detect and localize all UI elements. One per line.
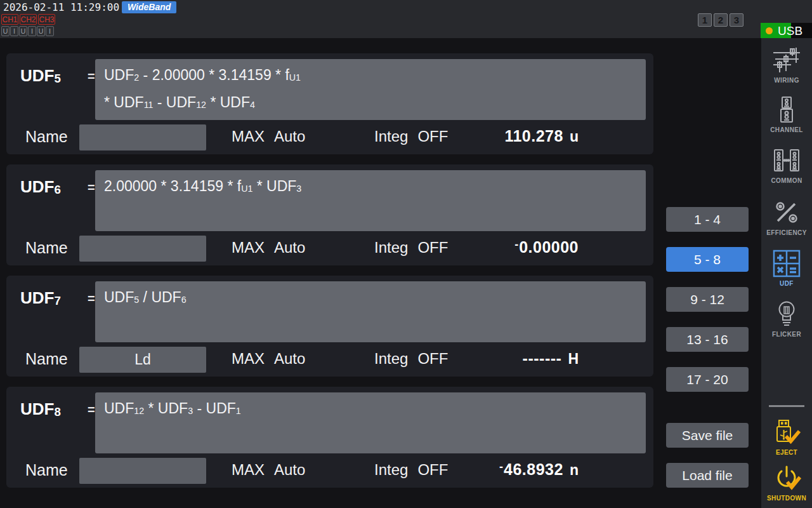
eject-usb-icon	[772, 418, 801, 447]
name-label: Name	[25, 461, 68, 479]
range-button-17-20[interactable]: 17 - 20	[666, 367, 749, 392]
load-file-button[interactable]: Load file	[666, 463, 749, 488]
udf8-formula-input[interactable]: UDF12 * UDF3 - UDF1	[95, 392, 646, 453]
channel-icon	[772, 95, 801, 124]
range-button-13-16[interactable]: 13 - 16	[666, 327, 749, 352]
flicker-icon	[772, 300, 801, 329]
channel-indicator-row: CH1 CH2 CH3	[1, 14, 55, 25]
page-button-2[interactable]: 2	[714, 13, 728, 27]
udf7-title: UDF7	[20, 288, 61, 308]
udf7-name-input[interactable]: Ld	[79, 347, 206, 373]
range-button-1-4[interactable]: 1 - 4	[666, 207, 749, 232]
udf5-meta-row: Name MAXAuto IntegOFF 110.278u	[6, 124, 653, 150]
sidebar-item-wiring[interactable]: WIRING	[761, 46, 812, 84]
udf6-meta-row: Name MAXAuto IntegOFF -0.00000	[6, 236, 653, 262]
flag-u1: U	[1, 26, 10, 36]
range-button-9-12[interactable]: 9 - 12	[666, 287, 749, 312]
shutdown-power-icon	[772, 464, 801, 493]
efficiency-icon	[772, 198, 801, 227]
udf-icon	[772, 249, 801, 278]
usb-status-indicator: USB	[761, 23, 812, 38]
equals-sign: =	[88, 403, 95, 417]
udf8-panel: UDF8 = UDF12 * UDF3 - UDF1 Name MAXAuto …	[6, 387, 653, 488]
udf6-formula-input[interactable]: 2.00000 * 3.14159 * fU1 * UDF3	[95, 170, 646, 231]
equals-sign: =	[88, 180, 95, 195]
udf7-value: -------	[523, 349, 562, 367]
power-analyzer-screen: 2026-02-11 11:29:00 WideBand CH1 CH2 CH3…	[0, 0, 812, 508]
udf7-unit: H	[568, 351, 579, 367]
udf7-meta-row: Name Ld MAXAuto IntegOFF -------H	[6, 347, 653, 373]
udf5-formula-input[interactable]: UDF2 - 2.00000 * 3.14159 * fU1* UDF11 - …	[95, 59, 646, 120]
udf8-max-value: Auto	[274, 461, 305, 479]
udf7-max-value: Auto	[274, 350, 305, 368]
shutdown-button[interactable]: SHUTDOWN	[761, 464, 812, 502]
sidebar-item-channel[interactable]: CHANNEL	[761, 95, 812, 133]
udf7-max-setting[interactable]: MAXAuto	[232, 350, 305, 368]
udf6-integ-value: OFF	[417, 239, 448, 257]
udf7-readout: -------H	[523, 349, 579, 368]
udf5-value: 110.278	[504, 127, 563, 145]
usb-label: USB	[778, 23, 802, 38]
udf5-title: UDF5	[20, 66, 61, 86]
equals-sign: =	[88, 291, 95, 306]
top-status-bar: 2026-02-11 11:29:00 WideBand CH1 CH2 CH3…	[0, 0, 812, 38]
page-button-1[interactable]: 1	[698, 13, 712, 27]
udf8-integ-setting[interactable]: IntegOFF	[374, 461, 448, 479]
udf5-max-setting[interactable]: MAXAuto	[232, 128, 305, 145]
page-button-3[interactable]: 3	[730, 13, 743, 27]
udf7-panel: UDF7 = UDF5 / UDF6 Name Ld MAXAuto Integ…	[6, 276, 653, 377]
udf7-integ-setting[interactable]: IntegOFF	[374, 350, 448, 368]
udf5-panel: UDF5 = UDF2 - 2.00000 * 3.14159 * fU1* U…	[6, 53, 653, 154]
eject-button[interactable]: EJECT	[761, 418, 812, 456]
sidebar-divider	[769, 405, 804, 407]
name-label: Name	[25, 239, 68, 257]
udf8-meta-row: Name MAXAuto IntegOFF -46.8932n	[6, 458, 653, 484]
udf7-formula-input[interactable]: UDF5 / UDF6	[95, 281, 646, 342]
sidebar-nav: WIRING CHANNEL COMMON	[761, 38, 812, 508]
save-file-button[interactable]: Save file	[666, 423, 749, 448]
udf8-name-input[interactable]	[79, 458, 206, 484]
channel-indicator-ch3: CH3	[38, 14, 55, 25]
udf5-readout: 110.278u	[504, 127, 579, 145]
udf6-max-value: Auto	[274, 239, 305, 257]
udf6-name-input[interactable]	[79, 236, 206, 262]
udf6-readout: -0.00000	[514, 238, 579, 257]
name-label: Name	[25, 128, 68, 146]
clock-timestamp: 2026-02-11 11:29:00	[3, 1, 119, 13]
udf5-max-value: Auto	[274, 128, 305, 145]
screen-page-buttons: 1 2 3	[698, 13, 743, 27]
udf8-max-setting[interactable]: MAXAuto	[232, 461, 305, 479]
channel-indicator-ch2: CH2	[20, 14, 37, 25]
udf8-value: -46.8932	[499, 460, 563, 478]
udf5-integ-setting[interactable]: IntegOFF	[374, 128, 448, 145]
name-label: Name	[25, 350, 68, 368]
udf6-max-setting[interactable]: MAXAuto	[232, 239, 305, 257]
flag-i2: I	[28, 26, 36, 36]
voltage-current-flag-row: U I U I U I	[1, 26, 54, 36]
wiring-icon	[772, 46, 801, 75]
sidebar-item-udf[interactable]: UDF	[761, 249, 812, 287]
udf5-integ-value: OFF	[417, 128, 448, 145]
wideband-badge: WideBand	[122, 1, 176, 13]
common-icon	[772, 146, 801, 175]
udf6-title: UDF6	[20, 177, 61, 197]
sidebar-item-common[interactable]: COMMON	[761, 146, 812, 184]
channel-indicator-ch1: CH1	[1, 14, 18, 25]
udf7-integ-value: OFF	[417, 350, 448, 368]
sidebar-item-flicker[interactable]: FLICKER	[761, 300, 812, 338]
sidebar-item-efficiency[interactable]: EFFICIENCY	[761, 198, 812, 236]
udf-settings-area: UDF5 = UDF2 - 2.00000 * 3.14159 * fU1* U…	[0, 38, 761, 508]
flag-i3: I	[46, 26, 54, 36]
flag-u3: U	[37, 26, 45, 36]
equals-sign: =	[88, 69, 95, 84]
udf6-integ-setting[interactable]: IntegOFF	[374, 239, 448, 257]
range-button-5-8[interactable]: 5 - 8	[666, 247, 749, 272]
udf8-integ-value: OFF	[417, 461, 448, 479]
udf5-unit: u	[570, 128, 579, 145]
flag-u2: U	[19, 26, 27, 36]
udf6-value: -0.00000	[514, 238, 579, 256]
udf8-unit: n	[570, 462, 579, 478]
udf6-panel: UDF6 = 2.00000 * 3.14159 * fU1 * UDF3 Na…	[6, 164, 653, 265]
udf8-title: UDF8	[20, 399, 61, 419]
udf5-name-input[interactable]	[79, 124, 206, 150]
